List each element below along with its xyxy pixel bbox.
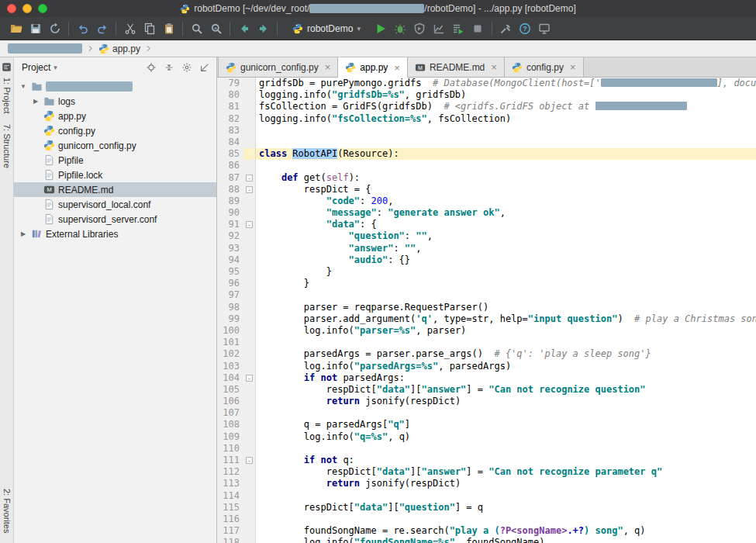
close-button[interactable] <box>7 4 16 13</box>
line-number[interactable]: 104 <box>217 372 243 384</box>
line-number[interactable]: 115 <box>217 502 243 514</box>
find-button[interactable] <box>187 19 206 38</box>
editor-tab-app.py[interactable]: app.py× <box>338 57 408 78</box>
line-number[interactable]: 95 <box>217 266 243 278</box>
line-number[interactable]: 89 <box>217 195 243 207</box>
run-config-select[interactable]: robotDemo ▾ <box>288 22 365 36</box>
help-button[interactable]: ? <box>516 19 535 38</box>
coverage-button[interactable] <box>410 19 430 38</box>
line-number[interactable]: 117 <box>217 525 243 537</box>
line-number[interactable]: 82 <box>217 113 243 125</box>
line-number[interactable]: 91 <box>217 219 243 230</box>
line-number[interactable]: 86 <box>217 160 243 171</box>
line-number[interactable]: 112 <box>217 466 243 478</box>
line-number[interactable]: 109 <box>217 431 243 443</box>
cut-button[interactable] <box>120 19 140 38</box>
line-number[interactable]: 106 <box>217 396 243 407</box>
expand-arrow-icon[interactable]: ▼ <box>19 83 28 90</box>
line-number[interactable]: 97 <box>217 289 243 301</box>
editor-tab-README.md[interactable]: MREADME.md× <box>408 57 505 77</box>
line-number[interactable]: 83 <box>217 125 243 137</box>
code-editor[interactable]: 79gridfsDb = purePymongo.gridfs # Databa… <box>217 78 756 543</box>
line-number[interactable]: 103 <box>217 361 243 372</box>
line-number[interactable]: 87 <box>217 172 243 184</box>
deploy-button[interactable] <box>535 19 554 38</box>
run-button[interactable] <box>371 19 391 38</box>
replace-button[interactable]: a <box>206 19 226 38</box>
tree-item-supervisord_server.conf[interactable]: supervisord_server.conf <box>14 212 216 227</box>
line-number[interactable]: 88 <box>217 184 243 195</box>
tree-item-gunicorn_config.py[interactable]: gunicorn_config.py <box>14 138 216 153</box>
stripe-project-button[interactable]: 1: Project <box>2 78 12 113</box>
tools-button[interactable] <box>496 19 516 38</box>
editor-tab-gunicorn_config.py[interactable]: gunicorn_config.py× <box>218 57 338 77</box>
tree-item-logs[interactable]: ▶logs <box>14 94 216 109</box>
tree-item-app.py[interactable]: app.py <box>14 109 216 123</box>
line-number[interactable]: 98 <box>217 302 243 313</box>
fold-marker-icon[interactable]: - <box>246 221 253 228</box>
copy-button[interactable] <box>140 19 159 38</box>
line-number[interactable]: 102 <box>217 348 243 360</box>
line-number[interactable]: 107 <box>217 407 243 419</box>
line-number[interactable]: 93 <box>217 243 243 254</box>
line-number[interactable]: 113 <box>217 478 243 489</box>
fold-marker-icon[interactable]: - <box>246 375 253 382</box>
project-view-select[interactable]: Project <box>22 62 50 73</box>
tab-close-icon[interactable]: × <box>491 62 497 72</box>
debug-button[interactable] <box>391 19 410 38</box>
open-button[interactable] <box>6 19 26 38</box>
line-number[interactable]: 108 <box>217 419 243 431</box>
line-number[interactable]: 79 <box>217 78 243 89</box>
tree-item-External Libraries[interactable]: ▶External Libraries <box>14 227 216 241</box>
tree-item-Pipfile[interactable]: Pipfile <box>14 153 216 168</box>
undo-button[interactable] <box>73 19 92 38</box>
line-number[interactable]: 84 <box>217 137 243 148</box>
fold-marker-icon[interactable]: - <box>246 186 253 193</box>
tree-item-Pipfile.lock[interactable]: Pipfile.lock <box>14 168 216 182</box>
line-number[interactable]: 110 <box>217 443 243 455</box>
run-coverage-button[interactable] <box>449 19 468 38</box>
stripe-favorites-button[interactable]: 2: Favorites <box>2 489 12 533</box>
line-number[interactable]: 80 <box>217 89 243 101</box>
line-number[interactable]: 101 <box>217 337 243 348</box>
stop-button[interactable] <box>468 19 488 38</box>
editor-tab-config.py[interactable]: config.py× <box>505 57 584 77</box>
breadcrumb-root-redacted[interactable] <box>8 43 82 54</box>
tree-item-supervisord_local.conf[interactable]: supervisord_local.conf <box>14 197 216 212</box>
stripe-structure-button[interactable]: 7: Structure <box>2 124 12 168</box>
line-number[interactable]: 118 <box>217 537 243 543</box>
breadcrumb-file[interactable]: app.py <box>98 43 140 54</box>
expand-arrow-icon[interactable]: ▶ <box>19 230 28 237</box>
line-number[interactable]: 114 <box>217 490 243 502</box>
save-all-button[interactable] <box>26 19 45 38</box>
synchronize-button[interactable] <box>45 19 64 38</box>
paste-button[interactable] <box>159 19 178 38</box>
tree-item-config.py[interactable]: config.py <box>14 123 216 138</box>
gear-icon[interactable] <box>179 61 194 75</box>
tab-close-icon[interactable]: × <box>570 62 576 72</box>
tab-close-icon[interactable]: × <box>394 63 400 73</box>
forward-button[interactable] <box>254 19 273 38</box>
line-number[interactable]: 111 <box>217 455 243 466</box>
hide-panel-icon[interactable] <box>197 61 212 75</box>
collapse-all-icon[interactable] <box>161 61 176 75</box>
fullscreen-button[interactable] <box>38 4 47 13</box>
project-tool-icon[interactable] <box>2 62 12 72</box>
tab-close-icon[interactable]: × <box>325 62 331 72</box>
minimize-button[interactable] <box>22 4 32 13</box>
redo-button[interactable] <box>92 19 112 38</box>
line-number[interactable]: 81 <box>217 101 243 112</box>
line-number[interactable]: 116 <box>217 514 243 525</box>
locate-icon[interactable] <box>143 61 158 75</box>
line-number[interactable]: 99 <box>217 313 243 325</box>
line-number[interactable]: 100 <box>217 325 243 337</box>
line-number[interactable]: 96 <box>217 278 243 289</box>
line-number[interactable]: 94 <box>217 254 243 266</box>
fold-marker-icon[interactable]: - <box>246 457 253 464</box>
tree-item-README.md[interactable]: MREADME.md <box>14 182 216 197</box>
expand-arrow-icon[interactable]: ▶ <box>31 98 40 105</box>
tree-item-redacted-root[interactable]: ▼ <box>14 79 216 94</box>
line-number[interactable]: 92 <box>217 230 243 242</box>
line-number[interactable]: 85 <box>217 148 243 160</box>
back-button[interactable] <box>234 19 254 38</box>
